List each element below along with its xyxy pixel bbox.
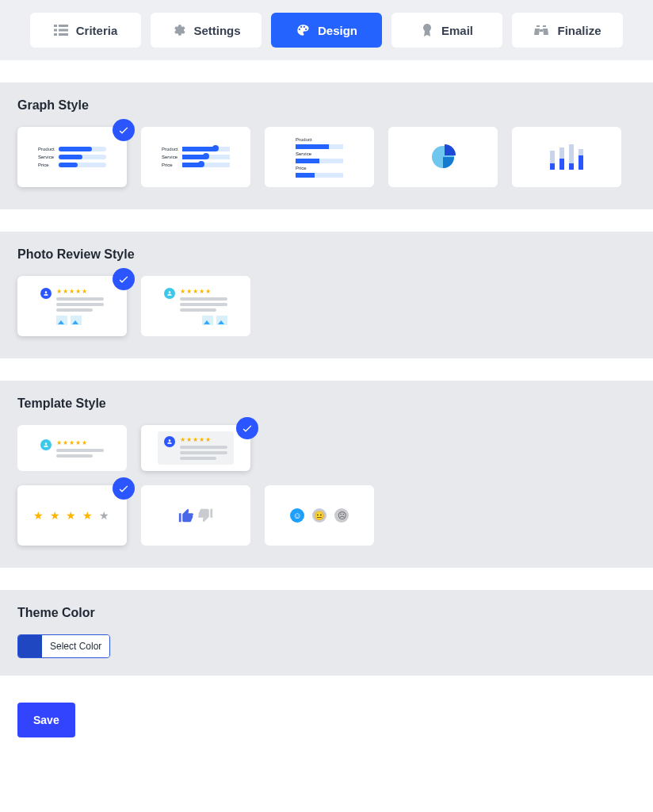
- graph-style-option-rounded-bars[interactable]: Product Service Price: [17, 127, 127, 187]
- tab-label: Criteria: [76, 24, 118, 37]
- tab-settings[interactable]: Settings: [151, 13, 262, 48]
- award-icon: [421, 23, 433, 37]
- save-button[interactable]: Save: [17, 703, 75, 737]
- section-template-style: Template Style ★★★★★ ★★★★★ ★ ★ ★ ★ ★: [0, 381, 653, 568]
- photo-thumb-icon: [56, 316, 67, 325]
- design-panel: Graph Style Product Service Price Produc…: [0, 82, 653, 755]
- graph-style-option-pie[interactable]: [388, 127, 498, 187]
- color-swatch: [18, 635, 42, 657]
- section-theme-color: Theme Color Select Color: [0, 590, 653, 676]
- svg-rect-5: [59, 33, 68, 36]
- avatar-icon: [164, 288, 175, 299]
- svg-rect-2: [54, 29, 57, 32]
- section-title: Theme Color: [17, 606, 636, 620]
- list-icon: [54, 23, 68, 37]
- theme-color-picker[interactable]: Select Color: [17, 634, 110, 658]
- color-picker-label: Select Color: [42, 635, 109, 657]
- svg-rect-1: [59, 25, 68, 27]
- pie-icon: [429, 143, 457, 171]
- check-icon: [113, 268, 135, 290]
- avatar-icon: [40, 439, 52, 450]
- section-title: Template Style: [17, 396, 636, 411]
- tab-label: Finalize: [557, 24, 601, 37]
- thumbs-icon: [178, 507, 214, 524]
- check-icon: [236, 417, 258, 439]
- template-option-cyan-avatar[interactable]: ★★★★★: [17, 425, 127, 471]
- column-chart-icon: [547, 143, 586, 171]
- emoji-icon: ☺ 😐 ☹: [290, 508, 349, 523]
- preview-label: Service: [296, 151, 311, 156]
- preview-label: Product: [38, 147, 55, 151]
- preview-label: Price: [296, 166, 307, 170]
- stars-icon: ★★★★★: [56, 439, 104, 446]
- check-icon: [113, 477, 135, 500]
- gear-icon: [171, 23, 185, 37]
- palette-icon: [296, 23, 310, 37]
- stars-icon: ★★★★★: [56, 288, 104, 295]
- section-title: Graph Style: [17, 98, 636, 113]
- preview-label: Service: [162, 155, 179, 159]
- binoculars-icon: [533, 24, 549, 36]
- svg-rect-15: [579, 155, 583, 170]
- tab-label: Email: [441, 24, 473, 37]
- stars-icon: ★★★★★: [180, 288, 227, 295]
- tab-label: Settings: [193, 24, 240, 37]
- preview-label: Price: [162, 163, 179, 167]
- rating-option-stars[interactable]: ★ ★ ★ ★ ★: [17, 485, 127, 546]
- photo-review-option-a[interactable]: ★★★★★: [17, 276, 127, 336]
- graph-style-option-square-bars[interactable]: Product Service Price: [265, 127, 374, 187]
- template-option-blue-avatar[interactable]: ★★★★★: [141, 425, 250, 471]
- svg-rect-11: [559, 159, 564, 170]
- tab-email[interactable]: Email: [391, 13, 502, 48]
- stars-icon: ★ ★ ★ ★ ★: [33, 509, 112, 522]
- photo-thumb-icon: [71, 316, 82, 325]
- tab-label: Design: [318, 24, 357, 37]
- section-title: Photo Review Style: [17, 247, 636, 262]
- svg-rect-4: [54, 33, 57, 36]
- photo-thumb-icon: [216, 316, 227, 325]
- photo-review-option-b[interactable]: ★★★★★: [141, 276, 250, 336]
- section-graph-style: Graph Style Product Service Price Produc…: [0, 82, 653, 209]
- svg-rect-13: [569, 163, 574, 170]
- top-tab-bar: Criteria Settings Design Email Finalize: [0, 0, 653, 60]
- tab-finalize[interactable]: Finalize: [512, 13, 623, 48]
- preview-label: Product: [296, 137, 312, 142]
- preview-label: Service: [38, 155, 55, 159]
- avatar-icon: [164, 436, 175, 447]
- stars-icon: ★★★★★: [180, 436, 227, 443]
- tab-design[interactable]: Design: [271, 13, 382, 48]
- svg-rect-3: [59, 29, 68, 32]
- svg-point-6: [423, 24, 431, 32]
- avatar-icon: [40, 288, 52, 299]
- graph-style-option-column[interactable]: [512, 127, 621, 187]
- rating-option-thumbs[interactable]: [141, 485, 250, 546]
- rating-option-emoji[interactable]: ☺ 😐 ☹: [265, 485, 374, 546]
- preview-label: Price: [38, 163, 55, 167]
- preview-label: Product: [162, 147, 179, 151]
- check-icon: [113, 119, 135, 141]
- graph-style-option-dot-bars[interactable]: Product Service Price: [141, 127, 250, 187]
- svg-rect-0: [54, 25, 57, 27]
- photo-thumb-icon: [202, 316, 213, 325]
- section-photo-review-style: Photo Review Style ★★★★★ ★★★★★: [0, 232, 653, 358]
- save-section: Save: [0, 685, 653, 755]
- tab-criteria[interactable]: Criteria: [30, 13, 141, 48]
- svg-rect-9: [550, 163, 555, 170]
